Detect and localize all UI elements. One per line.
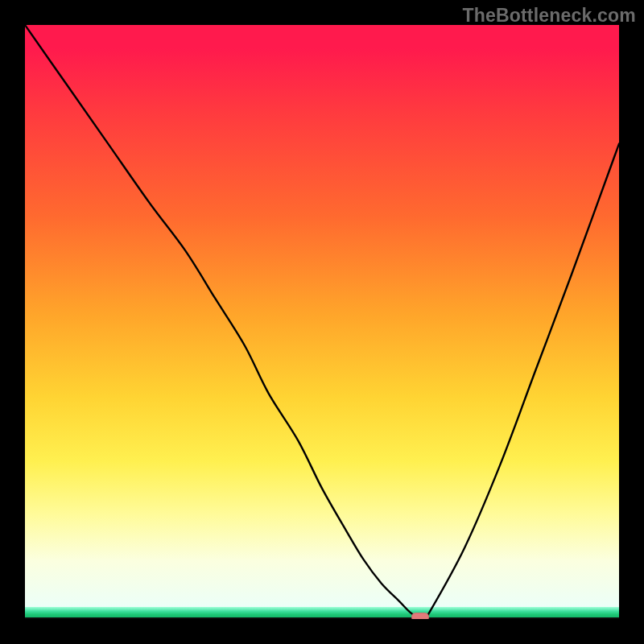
optimal-marker xyxy=(411,613,429,619)
watermark-text: TheBottleneck.com xyxy=(462,5,636,27)
plot-area xyxy=(25,25,619,619)
bottleneck-curve xyxy=(25,25,619,619)
chart-frame: TheBottleneck.com xyxy=(0,0,644,644)
